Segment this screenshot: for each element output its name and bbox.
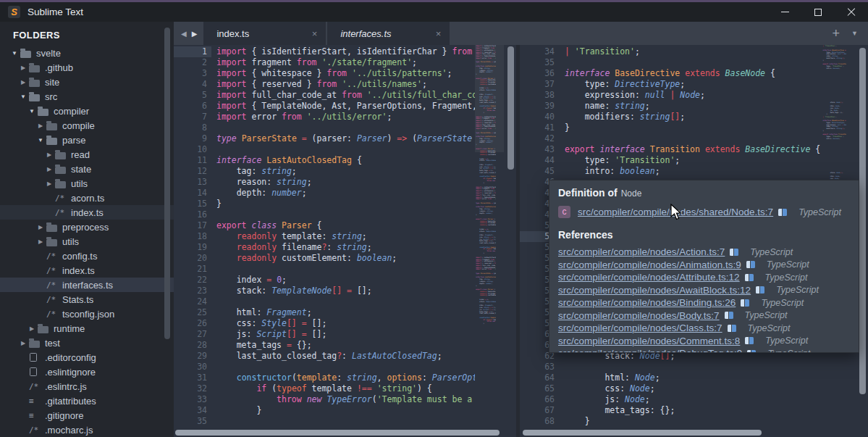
code-line[interactable]: 18 readonly template: string; xyxy=(174,231,475,242)
code-line[interactable]: 11interface LastAutoClosedTag { xyxy=(174,155,475,166)
sidebar-item-Stats-ts[interactable]: /*Stats.ts xyxy=(0,292,174,307)
code-line[interactable]: 21 xyxy=(174,264,475,275)
code-line[interactable]: 30 xyxy=(174,362,475,373)
sidebar-item-acorn-ts[interactable]: /*acorn.ts xyxy=(0,191,174,205)
sidebar-item-tsconfig-json[interactable]: /*tsconfig.json xyxy=(0,307,174,321)
code-line[interactable]: 65 css: Node; xyxy=(520,383,820,394)
disclosure-triangle-icon[interactable]: ▶ xyxy=(35,238,46,245)
code-line[interactable]: 3import { whitespace } from '../utils/pa… xyxy=(174,68,475,79)
code-line[interactable]: 45 intro: boolean; xyxy=(520,166,820,177)
code-line[interactable]: 19 readonly filename?: string; xyxy=(174,242,475,253)
sidebar-item-compile[interactable]: ▶compile xyxy=(0,118,174,133)
sidebar-item-index-ts[interactable]: /*index.ts xyxy=(0,205,174,220)
reference-link[interactable]: src/compiler/compile/nodes/Action.ts:7 xyxy=(558,246,725,257)
code-line[interactable]: 15} xyxy=(174,199,475,209)
code-line[interactable]: 66 js: Node; xyxy=(520,394,820,405)
tab-index.ts[interactable]: index.ts× xyxy=(203,22,326,45)
sidebar-item-editorconfig[interactable]: .editorconfig xyxy=(0,350,174,365)
sidebar-item-index-ts[interactable]: /*index.ts xyxy=(0,263,174,278)
maximize-button[interactable] xyxy=(801,2,835,22)
sidebar-item-read[interactable]: ▶read xyxy=(0,147,174,162)
code-line[interactable]: 67 meta_tags: {}; xyxy=(520,405,820,416)
code-line[interactable]: 20 readonly customElement: boolean; xyxy=(174,253,475,264)
code-line[interactable]: 42 xyxy=(520,133,820,144)
sidebar-item-config-ts[interactable]: /*config.ts xyxy=(0,249,174,263)
disclosure-triangle-icon[interactable]: ▶ xyxy=(17,340,29,346)
code-line[interactable]: 7import error from '../utils/error'; xyxy=(174,112,475,122)
sidebar-item-interfaces-ts[interactable]: /*interfaces.ts xyxy=(0,278,174,292)
editor-pane-left[interactable]: 1import { isIdentifierStart, isIdentifie… xyxy=(174,45,516,437)
reference-link[interactable]: src/compiler/compile/nodes/Class.ts:7 xyxy=(558,322,722,333)
code-line[interactable]: 26 css: Style[] = []; xyxy=(174,318,475,329)
disclosure-triangle-icon[interactable]: ▶ xyxy=(43,166,55,172)
minimize-button[interactable] xyxy=(768,2,801,22)
code-line[interactable]: 35 xyxy=(520,57,820,68)
sidebar-item-runtime[interactable]: ▶runtime xyxy=(0,321,174,336)
sidebar-item-preprocess[interactable]: ▶preprocess xyxy=(0,220,174,234)
sidebar-item-mocharc-js[interactable]: /*.mocharc.js xyxy=(0,423,174,437)
disclosure-triangle-icon[interactable]: ▶ xyxy=(43,180,55,187)
code-line[interactable]: 17export class Parser { xyxy=(174,220,475,231)
reference-link[interactable]: src/compiler/compile/nodes/Body.ts:7 xyxy=(558,310,720,321)
code-line[interactable]: 27 js: Script[] = []; xyxy=(174,329,475,340)
disclosure-triangle-icon[interactable]: ▼ xyxy=(9,50,20,57)
vertical-scrollbar-right[interactable] xyxy=(859,45,867,428)
disclosure-triangle-icon[interactable]: ▼ xyxy=(26,108,38,115)
tab-interfaces.ts[interactable]: interfaces.ts× xyxy=(327,22,450,45)
tab-close-icon[interactable]: × xyxy=(436,28,442,39)
code-line[interactable]: 34 } xyxy=(174,405,475,416)
sidebar-item-svelte[interactable]: ▼svelte xyxy=(0,46,174,60)
reference-link[interactable]: src/compiler/compile/nodes/Attribute.ts:… xyxy=(558,272,740,283)
reference-link[interactable]: src/compiler/compile/nodes/DebugTag.ts:9 xyxy=(558,348,742,353)
code-line[interactable]: 2import fragment from './state/fragment'… xyxy=(174,57,475,68)
code-line[interactable]: 4import { reserved } from '../utils/name… xyxy=(174,79,475,90)
minimap-left[interactable]: 1import { isIdentifierStart, isIdentifie… xyxy=(475,45,504,430)
reference-link[interactable]: src/compiler/compile/nodes/Comment.ts:8 xyxy=(558,336,740,346)
code-line[interactable]: 24 xyxy=(174,296,475,307)
code-line[interactable]: 10 xyxy=(174,144,475,155)
code-line[interactable]: 16 xyxy=(174,209,475,220)
code-line[interactable]: 8 xyxy=(174,122,475,133)
sidebar-item-utils[interactable]: ▶utils xyxy=(0,176,174,191)
disclosure-triangle-icon[interactable]: ▶ xyxy=(35,224,46,230)
code-line[interactable]: 22 index = 0; xyxy=(174,275,475,286)
code-line[interactable]: 44 type: 'Transition'; xyxy=(520,155,820,166)
code-line[interactable]: 68 } xyxy=(520,416,820,427)
nav-forward-icon[interactable]: ▶ xyxy=(192,30,198,38)
sidebar-item-compiler[interactable]: ▼compiler xyxy=(0,104,174,118)
reference-link[interactable]: src/compiler/compile/nodes/AwaitBlock.ts… xyxy=(558,285,751,296)
sidebar-item-eslintrc-js[interactable]: /*.eslintrc.js xyxy=(0,379,174,394)
sidebar-item-github[interactable]: ▶.github xyxy=(0,60,174,75)
sidebar-item-gitattributes[interactable]: ≡.gitattributes xyxy=(0,394,174,408)
code-line[interactable]: 35 xyxy=(174,416,475,427)
code-line[interactable]: 29 last_auto_closed_tag?: LastAutoClosed… xyxy=(174,351,475,362)
code-line[interactable]: 5import full_char_code_at from '../utils… xyxy=(174,90,475,101)
code-line[interactable]: 43export interface Transition extends Ba… xyxy=(520,144,820,155)
sidebar-item-gitignore[interactable]: ≡.gitignore xyxy=(0,408,174,423)
disclosure-triangle-icon[interactable]: ▶ xyxy=(17,79,29,86)
sidebar-item-test[interactable]: ▶test xyxy=(0,336,174,350)
code-line[interactable]: 13 reason: string; xyxy=(174,177,475,188)
code-line[interactable]: 41} xyxy=(520,122,820,133)
horizontal-scrollbar-left[interactable] xyxy=(175,430,506,436)
code-line[interactable]: 33 throw new TypeError('Template must be… xyxy=(174,394,475,405)
code-line[interactable]: 37 type: DirectiveType; xyxy=(520,79,820,90)
sidebar-item-state[interactable]: ▶state xyxy=(0,162,174,176)
sidebar-item-utils[interactable]: ▶utils xyxy=(0,234,174,249)
vertical-scrollbar-left[interactable] xyxy=(507,45,515,428)
tab-close-icon[interactable]: × xyxy=(312,28,318,39)
sidebar-item-src[interactable]: ▼src xyxy=(0,89,174,104)
sidebar-item-eslintignore[interactable]: .eslintignore xyxy=(0,365,174,379)
code-line[interactable]: 1import { isIdentifierStart, isIdentifie… xyxy=(174,46,475,57)
code-line[interactable]: 14 depth: number; xyxy=(174,188,475,199)
code-line[interactable]: 23 stack: TemplateNode[] = []; xyxy=(174,286,475,296)
disclosure-triangle-icon[interactable]: ▶ xyxy=(43,151,55,158)
disclosure-triangle-icon[interactable]: ▶ xyxy=(17,64,29,71)
disclosure-triangle-icon[interactable]: ▶ xyxy=(26,325,38,332)
code-line[interactable]: 38 expression: null | Node; xyxy=(520,90,820,101)
disclosure-triangle-icon[interactable]: ▶ xyxy=(35,122,46,129)
disclosure-triangle-icon[interactable]: ▼ xyxy=(17,93,29,100)
code-line[interactable]: 31 constructor(template: string, options… xyxy=(174,373,475,383)
sidebar-scrollbar[interactable] xyxy=(164,28,170,430)
code-line[interactable]: 34| 'Transition'; xyxy=(520,46,820,57)
